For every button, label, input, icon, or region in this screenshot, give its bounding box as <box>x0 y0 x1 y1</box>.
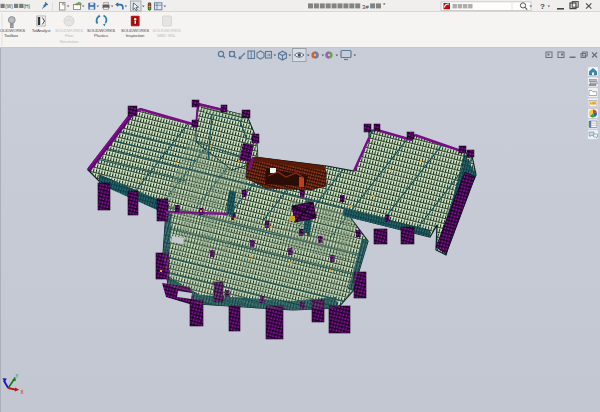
svg-text:SOLIDWORKS: SOLIDWORKS <box>55 28 83 33</box>
svg-text:SOLIDWORKS: SOLIDWORKS <box>121 28 149 33</box>
svg-text:3#: 3# <box>362 4 369 10</box>
svg-text:(H): (H) <box>24 4 31 9</box>
svg-text:Plastics: Plastics <box>94 33 108 38</box>
svg-text:SOLIDWORKS: SOLIDWORKS <box>0 28 25 33</box>
svg-text:Inspection: Inspection <box>126 33 145 38</box>
svg-text:(W): (W) <box>5 4 13 9</box>
svg-text:SOLIDWORKS: SOLIDWORKS <box>152 28 180 33</box>
svg-text:MBD SNL: MBD SNL <box>157 33 176 38</box>
svg-text:Simulation: Simulation <box>59 39 79 44</box>
svg-text:TolAnalyst: TolAnalyst <box>32 28 51 33</box>
svg-text:Toolbox: Toolbox <box>4 33 19 38</box>
svg-text:Y: Y <box>16 374 19 379</box>
svg-text:X: X <box>21 390 24 395</box>
svg-text:?: ? <box>540 2 545 11</box>
svg-text:Flow: Flow <box>65 33 75 38</box>
svg-text:SOLIDWORKS: SOLIDWORKS <box>87 28 115 33</box>
